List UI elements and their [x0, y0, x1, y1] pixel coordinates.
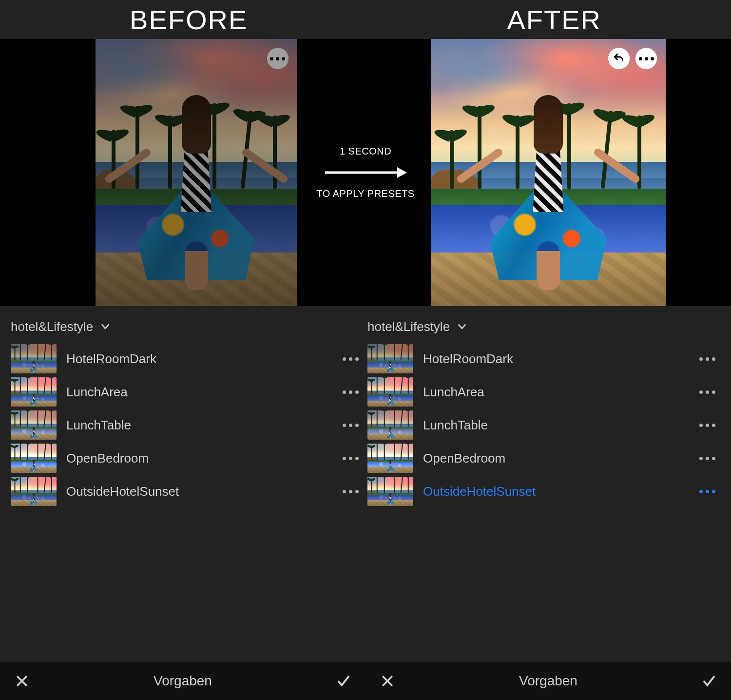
preset-more-button[interactable]	[343, 457, 364, 460]
preset-more-button[interactable]	[699, 424, 720, 427]
preset-more-button[interactable]	[343, 490, 364, 493]
panel-title: Vorgaben	[519, 673, 577, 689]
preset-item[interactable]: LunchTable	[11, 409, 364, 441]
preset-thumb	[367, 444, 413, 473]
confirm-button[interactable]	[335, 673, 352, 689]
check-icon	[702, 674, 716, 688]
preset-name: HotelRoomDark	[66, 351, 333, 367]
preset-name: OutsideHotelSunset	[66, 484, 333, 499]
confirm-button[interactable]	[701, 673, 717, 689]
preset-name: HotelRoomDark	[423, 351, 690, 367]
preset-name: OutsideHotelSunset	[423, 484, 690, 499]
preset-group-picker[interactable]: hotel&Lifestyle	[367, 315, 720, 338]
preset-name: LunchArea	[66, 385, 333, 400]
photo-row: 1 SECOND TO APPLY PRESETS	[0, 39, 731, 306]
preset-item[interactable]: OutsideHotelSunset	[367, 476, 720, 507]
preset-name: LunchTable	[66, 418, 333, 433]
preset-item[interactable]: HotelRoomDark	[367, 343, 720, 374]
before-title: BEFORE	[130, 4, 248, 36]
cancel-button[interactable]	[379, 673, 396, 689]
before-more-button[interactable]	[267, 48, 289, 69]
preset-thumb	[11, 444, 57, 473]
panel-footer: Vorgaben	[366, 662, 731, 700]
more-icon	[639, 57, 654, 60]
preset-list[interactable]: HotelRoomDarkLunchAreaLunchTableOpenBedr…	[367, 343, 720, 655]
panel-footer: Vorgaben	[0, 662, 366, 700]
preset-more-button[interactable]	[343, 390, 364, 394]
preset-thumb	[11, 477, 57, 506]
after-more-button[interactable]	[635, 48, 657, 69]
panel-title: Vorgaben	[154, 673, 212, 689]
preset-thumb	[11, 377, 57, 407]
title-band: BEFORE AFTER	[0, 0, 731, 39]
check-icon	[336, 674, 351, 688]
cancel-button[interactable]	[14, 673, 30, 689]
close-icon	[15, 674, 29, 688]
after-presets-panel: hotel&Lifestyle HotelRoomDarkLunchAreaLu…	[366, 306, 731, 700]
preset-thumb	[367, 344, 413, 373]
panel-row: hotel&Lifestyle HotelRoomDarkLunchAreaLu…	[0, 306, 731, 700]
preset-name: LunchTable	[423, 418, 690, 433]
preset-group-picker[interactable]: hotel&Lifestyle	[11, 315, 364, 338]
preset-more-button[interactable]	[343, 357, 364, 361]
undo-icon	[613, 52, 625, 65]
after-pane	[366, 39, 731, 306]
preset-item[interactable]: LunchTable	[367, 409, 720, 441]
preset-group-name: hotel&Lifestyle	[367, 319, 450, 334]
preset-name: OpenBedroom	[66, 451, 333, 466]
preset-group-name: hotel&Lifestyle	[11, 319, 93, 334]
preset-item[interactable]: LunchArea	[367, 376, 720, 408]
scene-before	[96, 39, 297, 306]
after-undo-button[interactable]	[608, 48, 630, 69]
preset-more-button[interactable]	[699, 457, 720, 460]
preset-thumb	[11, 344, 57, 373]
preset-thumb	[367, 410, 413, 440]
chevron-down-icon	[100, 321, 111, 332]
preset-more-button[interactable]	[699, 490, 720, 493]
preset-item[interactable]: LunchArea	[11, 376, 364, 408]
before-pane	[0, 39, 366, 306]
preset-more-button[interactable]	[699, 390, 720, 394]
preset-name: OpenBedroom	[423, 451, 690, 466]
preset-item[interactable]: OpenBedroom	[11, 443, 364, 474]
preset-thumb	[11, 410, 57, 440]
more-icon	[270, 57, 285, 60]
preset-more-button[interactable]	[343, 424, 364, 427]
after-photo[interactable]	[431, 39, 666, 306]
preset-name: LunchArea	[423, 385, 690, 400]
before-photo[interactable]	[96, 39, 297, 306]
before-presets-panel: hotel&Lifestyle HotelRoomDarkLunchAreaLu…	[0, 306, 366, 700]
chevron-down-icon	[457, 321, 467, 332]
preset-item[interactable]: HotelRoomDark	[11, 343, 364, 374]
preset-thumb	[367, 377, 413, 407]
preset-item[interactable]: OpenBedroom	[367, 443, 720, 474]
preset-thumb	[367, 477, 413, 506]
preset-more-button[interactable]	[699, 357, 720, 361]
after-title: AFTER	[507, 4, 601, 36]
scene-after	[431, 39, 666, 306]
close-icon	[380, 674, 395, 688]
preset-list[interactable]: HotelRoomDarkLunchAreaLunchTableOpenBedr…	[11, 343, 364, 655]
preset-item[interactable]: OutsideHotelSunset	[11, 476, 364, 507]
